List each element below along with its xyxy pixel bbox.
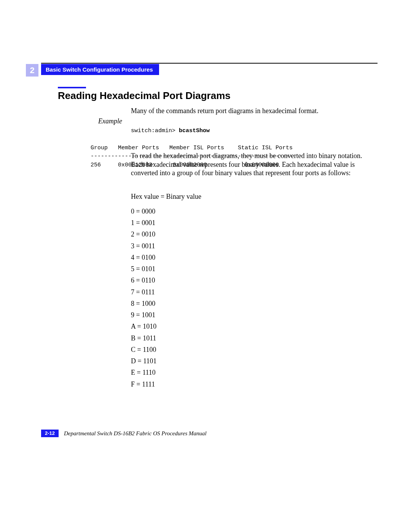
footer-page-number: 2-12 [41, 430, 59, 437]
header-rule [41, 63, 378, 64]
footer-manual-title: Departmental Switch DS-16B2 Fabric OS Pr… [64, 430, 207, 437]
hex-map-item: 2 = 0010 [131, 228, 156, 240]
code-prompt: switch:admin> [131, 128, 179, 134]
hex-value-label: Hex value = Binary value [131, 193, 201, 201]
hex-map-item: 0 = 0000 [131, 206, 156, 217]
chapter-tab: Basic Switch Configuration Procedures [41, 64, 159, 75]
hex-map-item: A = 1010 [131, 321, 156, 332]
explain-paragraph: To read the hexadecimal port diagrams, t… [131, 152, 374, 177]
hex-map-item: 5 = 0101 [131, 263, 156, 275]
hex-map-item: B = 1011 [131, 332, 156, 344]
hex-map-item: F = 1111 [131, 379, 156, 390]
hex-map-list: 0 = 0000 1 = 0001 2 = 0010 3 = 0011 4 = … [131, 206, 156, 390]
section-title: Reading Hexadecimal Port Diagrams [58, 90, 231, 102]
hex-map-item: E = 1110 [131, 367, 156, 378]
hex-map-item: 8 = 1000 [131, 298, 156, 309]
chapter-number-box: 2 [26, 64, 38, 77]
hex-map-item: 1 = 0001 [131, 217, 156, 228]
hex-map-item: 9 = 1001 [131, 309, 156, 321]
hex-map-item: D = 1101 [131, 355, 156, 367]
hex-map-item: C = 1100 [131, 344, 156, 355]
code-command: bcastShow [179, 128, 210, 134]
hex-map-item: 6 = 0110 [131, 275, 156, 286]
code-header-line: Group Member Ports Member ISL Ports Stat… [91, 145, 293, 151]
intro-paragraph: Many of the commands return port diagram… [131, 107, 374, 115]
hex-map-item: 7 = 0111 [131, 286, 156, 298]
hex-map-item: 4 = 0100 [131, 252, 156, 263]
hex-map-item: 3 = 0011 [131, 240, 156, 252]
section-rule [58, 87, 86, 88]
